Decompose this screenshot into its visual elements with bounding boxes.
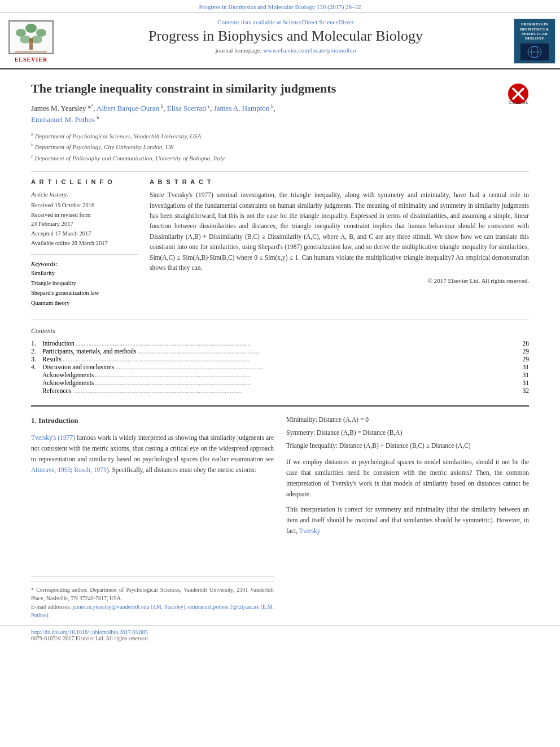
axiom-symmetry: Symmetry: Distance (A,B) = Distance (B,A… bbox=[286, 427, 529, 438]
journal-citation: Progress in Biophysics and Molecular Bio… bbox=[199, 3, 361, 10]
axiom-triangle: Triangle Inequality: Distance (A,B) + Di… bbox=[286, 440, 529, 451]
doi-link[interactable]: http://dx.doi.org/10.1016/j.pbiomolbio.2… bbox=[31, 629, 148, 635]
paper-main: CrossMark The triangle inequality constr… bbox=[0, 69, 560, 308]
toc-title-5: Acknowledgements bbox=[42, 372, 94, 378]
intro-left-col: 1. Introduction Tversky's (1977) famous … bbox=[31, 414, 274, 619]
toc-page-4: 31 bbox=[523, 364, 530, 370]
intro-heading: 1. Introduction bbox=[31, 414, 274, 426]
journal-citation-bar: Progress in Biophysics and Molecular Bio… bbox=[0, 0, 560, 13]
toc-title-6: Acknowledgements bbox=[42, 379, 94, 386]
footnote-area: * Corresponding author. Department of Ps… bbox=[31, 576, 274, 619]
toc-title-4: Discussion and conclusions bbox=[42, 364, 114, 370]
elsevier-logo-area: ELSEVIER bbox=[0, 19, 62, 64]
toc-num-3: 3. bbox=[31, 356, 42, 362]
toc-dots-3: ........................................… bbox=[63, 356, 522, 362]
affiliations: a Department of Psychological Sciences, … bbox=[31, 130, 529, 163]
article-info-heading: A R T I C L E I N F O bbox=[31, 178, 138, 185]
keyword-1: Similarity bbox=[31, 268, 138, 278]
keyword-4: Quantum theory bbox=[31, 298, 138, 308]
introduction-section: 1. Introduction Tversky's (1977) famous … bbox=[31, 405, 529, 619]
abstract-col: A B S T R A C T Since Tversky's (1977) s… bbox=[150, 178, 529, 308]
toc-title-7: References bbox=[42, 387, 71, 394]
article-info-col: A R T I C L E I N F O Article history: R… bbox=[31, 178, 138, 308]
toc-item-2: 2. Participants, materials, and methods … bbox=[31, 348, 529, 355]
journal-title: Progress in Biophysics and Molecular Bio… bbox=[68, 28, 504, 45]
tversky-ref[interactable]: Tversky's (1977) bbox=[31, 434, 75, 441]
available-date: Available online 28 March 2017 bbox=[31, 239, 138, 248]
authors-line: James M. Yearsley a,*, Albert Barque-Dur… bbox=[31, 103, 529, 126]
toc-page-7: 32 bbox=[523, 387, 530, 394]
toc-num-4: 4. bbox=[31, 364, 42, 370]
copyright-text: © 2017 Elsevier Ltd. All rights reserved… bbox=[150, 276, 529, 286]
toc-page-2: 29 bbox=[523, 348, 530, 355]
toc-dots-4: ........................................… bbox=[115, 364, 521, 370]
toc-title-1: Introduction bbox=[42, 340, 75, 347]
toc-item-5: Acknowledgements .......................… bbox=[31, 372, 529, 378]
info-divider bbox=[31, 254, 138, 255]
toc-title-2: Participants, materials, and methods bbox=[42, 348, 136, 355]
toc-num-2: 2. bbox=[31, 348, 42, 355]
toc-dots-5: ........................................… bbox=[95, 372, 521, 378]
article-info-abstract: A R T I C L E I N F O Article history: R… bbox=[31, 178, 529, 308]
crossmark-icon: CrossMark bbox=[508, 83, 529, 104]
toc-item-7: References .............................… bbox=[31, 387, 529, 394]
keyword-2: Triangle inequality bbox=[31, 278, 138, 289]
footnote-text: * Corresponding author. Department of Ps… bbox=[31, 582, 274, 619]
svg-point-1 bbox=[25, 24, 37, 33]
intro-text: Tversky's (1977) famous work is widely i… bbox=[31, 433, 274, 475]
corresponding-author: * Corresponding author. Department of Ps… bbox=[31, 587, 274, 601]
tversky-ref-2[interactable]: Tversky bbox=[299, 527, 321, 534]
accepted-date: Accepted 17 March 2017 bbox=[31, 229, 138, 239]
intro-para-1: Tversky's (1977) famous work is widely i… bbox=[31, 433, 274, 475]
sciencedirect-text: Contents lists available at ScienceDirec… bbox=[68, 19, 504, 25]
journal-header: ELSEVIER Contents lists available at Sci… bbox=[0, 13, 560, 69]
right-para-2: This interpretation is correct for symme… bbox=[286, 504, 529, 536]
toc-item-4: 4. Discussion and conclusions ..........… bbox=[31, 364, 529, 370]
section-divider bbox=[31, 171, 529, 172]
abstract-text: Since Tversky's (1977) seminal investiga… bbox=[150, 190, 529, 286]
svg-rect-7 bbox=[15, 51, 47, 53]
journal-title-area: Contents lists available at ScienceDirec… bbox=[62, 19, 509, 64]
history-label: Article history: bbox=[31, 190, 138, 200]
keywords-block: Keywords: Similarity Triangle inequality… bbox=[31, 260, 138, 308]
page: Progress in Biophysics and Molecular Bio… bbox=[0, 0, 560, 747]
article-history: Article history: Received 19 October 201… bbox=[31, 190, 138, 248]
revised-date: 24 February 2017 bbox=[31, 220, 138, 229]
toc-page-1: 26 bbox=[523, 340, 530, 347]
toc-page-3: 29 bbox=[523, 356, 530, 362]
rosch-ref[interactable]: Rosch, 1975 bbox=[74, 466, 107, 473]
contents-heading: Contents bbox=[31, 327, 529, 335]
attneave-ref[interactable]: Attneave, 1950 bbox=[31, 466, 71, 473]
svg-point-2 bbox=[16, 29, 26, 37]
crossmark-area: CrossMark bbox=[508, 83, 529, 107]
issn-text: 0079-6107/© 2017 Elsevier Ltd. All right… bbox=[31, 635, 149, 641]
toc-dots-6: ........................................… bbox=[95, 379, 521, 386]
toc-title-3: Results bbox=[42, 356, 62, 362]
intro-right-col: Minimality: Distance (A,A) = 0 Symmetry:… bbox=[286, 414, 529, 619]
bottom-bar: http://dx.doi.org/10.1016/j.pbiomolbio.2… bbox=[0, 625, 560, 645]
contents-section: Contents 1. Introduction ...............… bbox=[31, 320, 529, 394]
axiom-minimality: Minimality: Distance (A,A) = 0 bbox=[286, 414, 529, 425]
revised-label: Received in revised form bbox=[31, 211, 138, 220]
toc-dots-7: ........................................… bbox=[72, 387, 521, 394]
toc-page-6: 31 bbox=[523, 379, 530, 386]
toc-item-1: 1. Introduction ........................… bbox=[31, 340, 529, 347]
metric-axioms: Minimality: Distance (A,A) = 0 Symmetry:… bbox=[286, 414, 529, 451]
journal-homepage: journal homepage: www.elsevier.com/locat… bbox=[68, 47, 504, 54]
journal-logo-right: PROGRESS INBIOPHYSICS &MOLECULARBIOLOGY bbox=[509, 19, 560, 64]
svg-point-3 bbox=[36, 29, 46, 37]
svg-text:CrossMark: CrossMark bbox=[509, 101, 528, 104]
svg-rect-6 bbox=[29, 38, 33, 50]
intro-two-col: 1. Introduction Tversky's (1977) famous … bbox=[31, 414, 529, 619]
elsevier-label: ELSEVIER bbox=[15, 56, 48, 63]
paper-title: The triangle inequality constraint in si… bbox=[31, 81, 529, 97]
homepage-url[interactable]: www.elsevier.com/locate/pbiomolbio bbox=[263, 47, 356, 54]
email-label: E-mail addresses: bbox=[31, 604, 71, 610]
journal-cover-title: PROGRESS INBIOPHYSICS &MOLECULARBIOLOGY bbox=[520, 22, 549, 41]
keyword-3: Shepard's generalization law bbox=[31, 288, 138, 298]
abstract-heading: A B S T R A C T bbox=[150, 178, 529, 185]
footnote-divider bbox=[31, 576, 274, 577]
journal-cover-image: PROGRESS INBIOPHYSICS &MOLECULARBIOLOGY bbox=[514, 19, 555, 64]
toc-dots-1: ........................................… bbox=[76, 340, 522, 347]
toc-item-3: 3. Results .............................… bbox=[31, 356, 529, 362]
